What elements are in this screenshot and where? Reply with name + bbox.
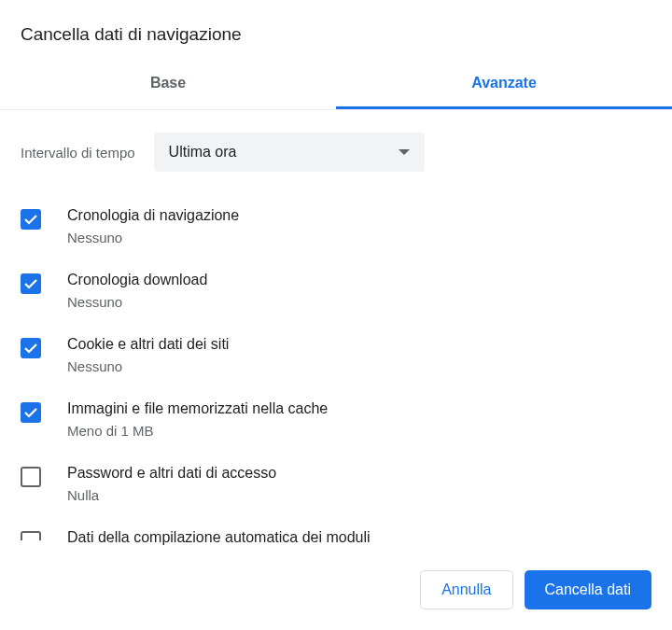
item-sub: Meno di 1 MB xyxy=(67,423,328,439)
checkbox-cookies[interactable] xyxy=(21,338,41,358)
item-sub: Nessuno xyxy=(67,358,229,374)
tab-bar: Base Avanzate xyxy=(0,62,672,110)
time-range-label: Intervallo di tempo xyxy=(21,145,135,161)
checkbox-passwords[interactable] xyxy=(21,467,41,487)
list-item: Cronologia di navigazione Nessuno xyxy=(21,194,651,259)
dialog-footer: Annulla Cancella dati xyxy=(0,553,672,630)
dialog-title: Cancella dati di navigazione xyxy=(0,0,672,62)
item-label: Cronologia download xyxy=(67,272,207,288)
checkbox-download-history[interactable] xyxy=(21,273,41,294)
item-sub: Nessuno xyxy=(67,294,207,310)
time-range-row: Intervallo di tempo Ultima ora xyxy=(21,110,651,194)
list-item: Password e altri dati di accesso Nulla xyxy=(21,452,651,516)
time-range-select[interactable]: Ultima ora xyxy=(154,133,425,172)
item-label: Cronologia di navigazione xyxy=(67,207,239,224)
item-label: Cookie e altri dati dei siti xyxy=(67,336,229,353)
time-range-value: Ultima ora xyxy=(169,144,237,161)
item-text: Cookie e altri dati dei siti Nessuno xyxy=(67,336,229,374)
tab-advanced[interactable]: Avanzate xyxy=(336,62,672,109)
scroll-content[interactable]: Intervallo di tempo Ultima ora Cronologi… xyxy=(0,110,672,553)
list-item: Cookie e altri dati dei siti Nessuno xyxy=(21,323,651,387)
list-item: Cronologia download Nessuno xyxy=(21,259,651,323)
list-item: Dati della compilazione automatica dei m… xyxy=(21,516,651,546)
checkbox-autofill[interactable] xyxy=(21,531,41,540)
content-wrap: Intervallo di tempo Ultima ora Cronologi… xyxy=(0,110,672,553)
item-label: Dati della compilazione automatica dei m… xyxy=(67,529,371,546)
cancel-button[interactable]: Annulla xyxy=(420,570,512,609)
clear-data-button[interactable]: Cancella dati xyxy=(525,570,652,609)
item-text: Password e altri dati di accesso Nulla xyxy=(67,465,276,503)
item-text: Immagini e file memorizzati nella cache … xyxy=(67,400,328,439)
item-text: Dati della compilazione automatica dei m… xyxy=(67,529,371,546)
clear-browsing-data-dialog: Cancella dati di navigazione Base Avanza… xyxy=(0,0,672,630)
item-label: Password e altri dati di accesso xyxy=(67,465,276,482)
checkbox-browsing-history[interactable] xyxy=(21,209,41,230)
chevron-down-icon xyxy=(399,149,410,155)
item-text: Cronologia download Nessuno xyxy=(67,272,207,310)
item-label: Immagini e file memorizzati nella cache xyxy=(67,400,328,417)
tab-basic[interactable]: Base xyxy=(0,62,336,109)
list-item: Immagini e file memorizzati nella cache … xyxy=(21,387,651,452)
item-sub: Nessuno xyxy=(67,230,239,245)
item-text: Cronologia di navigazione Nessuno xyxy=(67,207,239,245)
checkbox-cached-images[interactable] xyxy=(21,402,41,423)
item-sub: Nulla xyxy=(67,487,276,503)
